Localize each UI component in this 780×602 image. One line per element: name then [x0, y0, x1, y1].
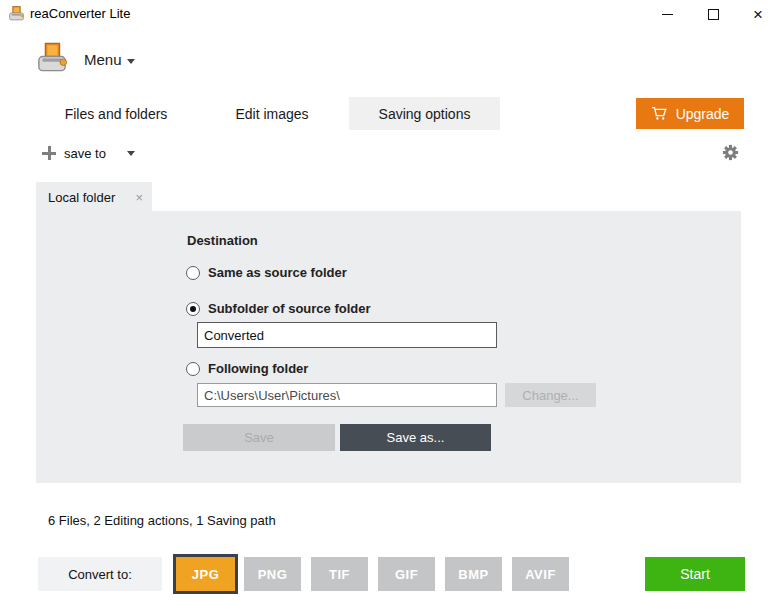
radio-subfolder-of-source-folder[interactable]: Subfolder of source folder [186, 301, 371, 316]
tab-saving-options[interactable]: Saving options [349, 97, 500, 130]
minimize-button[interactable] [652, 0, 682, 28]
titlebar: reaConverter Lite × [0, 0, 780, 28]
upgrade-label: Upgrade [676, 106, 730, 122]
radio-following-folder[interactable]: Following folder [186, 361, 308, 376]
minimize-icon [662, 14, 673, 15]
status-summary: 6 Files, 2 Editing actions, 1 Saving pat… [48, 513, 276, 528]
radio-same-as-source-folder[interactable]: Same as source folder [186, 265, 347, 280]
save-to-button[interactable]: save to [64, 146, 106, 161]
settings-button[interactable] [719, 143, 741, 165]
radio-label: Following folder [208, 361, 308, 376]
save-to-row: save to [0, 140, 780, 168]
start-button[interactable]: Start [645, 557, 745, 591]
menu-button[interactable]: Menu [84, 51, 122, 68]
save-to-chevron-down-icon[interactable] [127, 151, 135, 156]
menu-chevron-down-icon[interactable] [127, 59, 135, 64]
tab-edit-images[interactable]: Edit images [212, 97, 332, 130]
convert-to-label: Convert to: [38, 557, 162, 591]
format-button-png[interactable]: PNG [244, 557, 301, 591]
close-button[interactable]: × [743, 0, 773, 28]
saving-options-panel: Destination Same as source folder Subfol… [36, 211, 741, 483]
radio-circle-checked[interactable] [186, 302, 200, 316]
window-title: reaConverter Lite [30, 6, 130, 21]
tab-files-and-folders[interactable]: Files and folders [36, 97, 196, 130]
upgrade-button[interactable]: Upgrade [636, 98, 744, 129]
tabs-row: Files and folders Edit images Saving opt… [0, 97, 780, 130]
radio-circle[interactable] [186, 266, 200, 280]
local-folder-tab-label: Local folder [48, 190, 115, 205]
format-button-tif[interactable]: TIF [311, 557, 368, 591]
bottom-bar: Convert to: JPG PNG TIF GIF BMP AVIF Sta… [0, 545, 780, 602]
format-button-bmp[interactable]: BMP [445, 557, 502, 591]
save-as-button[interactable]: Save as... [340, 424, 491, 451]
cart-icon [651, 106, 668, 121]
radio-label: Same as source folder [208, 265, 347, 280]
close-icon: × [753, 6, 763, 23]
radio-label: Subfolder of source folder [208, 301, 371, 316]
maximize-icon [708, 9, 719, 20]
converter-printer-icon[interactable] [37, 41, 67, 74]
local-folder-close-icon[interactable]: × [135, 190, 143, 205]
maximize-button[interactable] [698, 0, 728, 28]
app-icon [8, 5, 25, 22]
plus-icon[interactable] [42, 146, 56, 160]
tab-local-folder[interactable]: Local folder × [36, 182, 152, 212]
change-folder-button[interactable]: Change... [505, 383, 596, 407]
menu-row: Menu [0, 38, 780, 88]
destination-label: Destination [187, 233, 258, 248]
format-button-jpg[interactable]: JPG [173, 554, 238, 594]
folder-path-input[interactable] [197, 383, 497, 407]
save-button[interactable]: Save [183, 424, 335, 451]
subfolder-name-input[interactable] [197, 322, 497, 348]
format-button-avif[interactable]: AVIF [512, 557, 569, 591]
radio-circle[interactable] [186, 362, 200, 376]
format-button-gif[interactable]: GIF [378, 557, 435, 591]
